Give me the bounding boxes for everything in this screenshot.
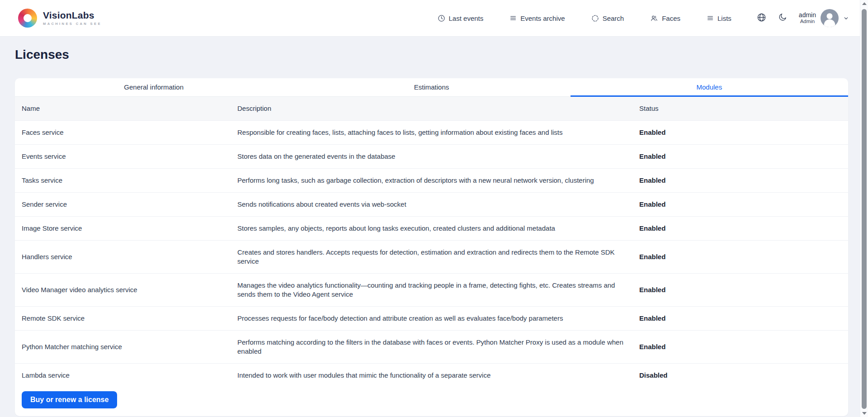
service-status: Enabled <box>639 145 848 168</box>
list-icon <box>707 14 714 22</box>
table-row: Video Manager video analytics service Ma… <box>15 274 848 307</box>
brand-logo[interactable]: VisionLabs MACHINES CAN SEE <box>18 9 102 28</box>
nav-item-lists[interactable]: Lists <box>707 14 731 22</box>
nav-item-last-events[interactable]: Last events <box>438 14 484 22</box>
service-name: Faces service <box>15 121 237 144</box>
user-menu[interactable]: admin Admin <box>799 9 849 27</box>
service-status: Enabled <box>639 335 848 359</box>
service-description: Performs matching according to the filte… <box>237 331 639 363</box>
service-name: Handlers service <box>15 245 237 269</box>
service-description: Manages the video analytics functionalit… <box>237 274 639 306</box>
service-description: Intended to work with user modules that … <box>237 364 639 387</box>
service-status: Enabled <box>639 217 848 240</box>
table-row: Events service Stores data on the genera… <box>15 145 848 169</box>
service-description: Sends notifications about created events… <box>237 193 639 216</box>
page-content: Licenses General information Estimations… <box>0 47 860 416</box>
service-name: Image Store service <box>15 217 237 240</box>
service-description: Responsible for creating faces, lists, a… <box>237 121 639 144</box>
service-description: Performs long tasks, such as garbage col… <box>237 169 639 192</box>
table-header-row: Name Description Status <box>15 97 848 121</box>
service-description: Stores data on the generated events in t… <box>237 145 639 168</box>
service-name: Lambda service <box>15 364 237 387</box>
page-title: Licenses <box>15 47 860 62</box>
moon-icon <box>778 13 787 24</box>
nav-item-label: Search <box>603 14 624 22</box>
service-description: Processes requests for face/body detecti… <box>237 307 639 330</box>
list-icon <box>509 14 517 22</box>
modules-table: Name Description Status Faces service Re… <box>15 97 848 387</box>
column-header-name: Name <box>15 97 237 120</box>
nav-item-label: Events archive <box>520 14 565 22</box>
nav-item-label: Lists <box>717 14 731 22</box>
service-status: Enabled <box>639 193 848 216</box>
nav-item-faces[interactable]: Faces <box>650 14 680 22</box>
table-row: Faces service Responsible for creating f… <box>15 121 848 145</box>
table-row: Lambda service Intended to work with use… <box>15 364 848 387</box>
service-description: Stores samples, any objects, reports abo… <box>237 217 639 240</box>
language-button[interactable] <box>757 13 766 24</box>
licenses-card: General information Estimations Modules … <box>15 78 848 416</box>
chevron-down-icon <box>843 15 849 21</box>
column-header-description: Description <box>237 97 639 120</box>
card-footer: Buy or renew a license <box>15 387 848 416</box>
service-name: Events service <box>15 145 237 168</box>
service-status: Enabled <box>639 307 848 330</box>
dark-mode-toggle[interactable] <box>778 13 787 24</box>
service-status: Enabled <box>639 169 848 192</box>
table-row: Handlers service Creates and stores hand… <box>15 241 848 274</box>
nav-item-label: Last events <box>449 14 484 22</box>
service-status: Enabled <box>639 245 848 269</box>
avatar <box>821 9 839 27</box>
service-name: Remote SDK service <box>15 307 237 330</box>
service-name: Python Matcher matching service <box>15 335 237 359</box>
nav-item-events-archive[interactable]: Events archive <box>509 14 565 22</box>
tab-estimations[interactable]: Estimations <box>292 78 570 96</box>
clock-icon <box>438 14 445 22</box>
service-status: Enabled <box>639 278 848 302</box>
scroll-down-arrow[interactable] <box>860 410 868 417</box>
user-name: admin <box>799 11 816 19</box>
header-right-cluster: admin Admin <box>757 9 849 27</box>
top-header: VisionLabs MACHINES CAN SEE Last events … <box>0 0 860 36</box>
service-name: Tasks service <box>15 169 237 192</box>
tab-bar: General information Estimations Modules <box>15 78 848 97</box>
brand-name: VisionLabs <box>43 10 102 20</box>
globe-icon <box>757 13 766 24</box>
nav-item-label: Faces <box>662 14 680 22</box>
main-nav: Last events Events archive Search Faces … <box>438 14 731 22</box>
dashed-circle-icon <box>591 14 599 22</box>
service-name: Sender service <box>15 193 237 216</box>
brand-tagline: MACHINES CAN SEE <box>43 22 102 26</box>
service-status: Disabled <box>639 364 848 387</box>
tab-general-information[interactable]: General information <box>15 78 292 96</box>
table-row: Python Matcher matching service Performs… <box>15 331 848 364</box>
person-icon <box>821 9 839 27</box>
service-description: Creates and stores handlers. Accepts req… <box>237 241 639 273</box>
table-row: Tasks service Performs long tasks, such … <box>15 169 848 193</box>
service-name: Video Manager video analytics service <box>15 278 237 302</box>
buy-license-button[interactable]: Buy or renew a license <box>22 391 117 408</box>
nav-item-search[interactable]: Search <box>591 14 624 22</box>
people-icon <box>650 14 658 22</box>
column-header-status: Status <box>639 97 848 120</box>
table-row: Image Store service Stores samples, any … <box>15 217 848 241</box>
user-role: Admin <box>800 19 815 24</box>
scrollbar-thumb[interactable] <box>862 9 867 409</box>
table-row: Sender service Sends notifications about… <box>15 193 848 217</box>
tab-modules[interactable]: Modules <box>571 78 848 96</box>
scroll-up-arrow[interactable] <box>860 0 868 7</box>
service-status: Enabled <box>639 121 848 144</box>
table-row: Remote SDK service Processes requests fo… <box>15 307 848 331</box>
vertical-scrollbar[interactable] <box>860 0 868 417</box>
visionlabs-logo-icon <box>18 9 37 28</box>
